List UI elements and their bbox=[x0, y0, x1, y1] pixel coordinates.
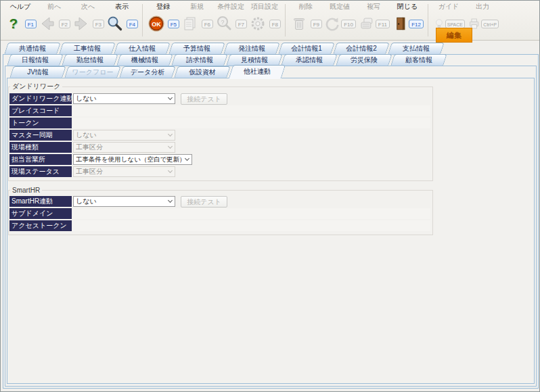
token-field bbox=[73, 118, 430, 128]
fkey-badge: F7 bbox=[235, 20, 247, 28]
tab-tasha-rendo[interactable]: 他社連動 bbox=[231, 65, 284, 78]
delete-trash-icon bbox=[290, 15, 308, 32]
view-magnifier-icon bbox=[106, 15, 124, 32]
select-value: しない bbox=[76, 130, 168, 140]
select-value: しない bbox=[76, 94, 168, 103]
condition-search-icon: ? bbox=[215, 15, 233, 32]
toolbar-label: 条件設定 bbox=[214, 2, 248, 11]
tasha-rendo-page: ダンドリワーク ダンドリワーク連動 しない 接続テスト プレイスコード トークン… bbox=[7, 78, 534, 383]
toolbar-label: 次へ bbox=[71, 2, 105, 11]
tab-kikai-joho[interactable]: 機械情報 bbox=[118, 54, 171, 66]
toolbar-button-delete: 削除 F9 bbox=[289, 2, 323, 40]
tab-mitsumori-joho[interactable]: 見積情報 bbox=[228, 54, 281, 66]
tab-workflow: ワークフロー bbox=[66, 66, 119, 78]
toolbar-separator bbox=[285, 4, 286, 36]
toolbar-button-register[interactable]: 登録 OK F5 bbox=[146, 2, 180, 40]
tab-koji-joho[interactable]: 工事情報 bbox=[61, 43, 114, 54]
toolbar-button-view[interactable]: 表示 F4 bbox=[105, 2, 139, 40]
fkey-badge: F6 bbox=[202, 20, 213, 28]
tab-hatchu-joho[interactable]: 発注情報 bbox=[225, 43, 278, 54]
tab-row-3: JV情報 ワークフロー データ分析 仮設資材 他社連動 bbox=[12, 66, 286, 78]
field-label: トークン bbox=[9, 118, 72, 128]
toolbar-separator bbox=[142, 4, 143, 36]
select-value: 工事条件を使用しない（空白で更新） bbox=[76, 155, 185, 164]
fkey-badge: F8 bbox=[269, 20, 281, 28]
fkey-badge: F1 bbox=[25, 20, 37, 28]
form-row: プレイスコード bbox=[9, 105, 432, 116]
toolbar-button-default-value: 既定値 F10 bbox=[323, 2, 357, 40]
tab-kintai-joho[interactable]: 勤怠情報 bbox=[64, 54, 116, 66]
smarthr-linkage-select[interactable]: しない bbox=[73, 196, 175, 207]
toolbar-label: 登録 bbox=[146, 2, 180, 11]
toolbar-label: ガイド bbox=[432, 2, 466, 11]
tab-kyotsu-joho[interactable]: 共通情報 bbox=[6, 43, 59, 54]
master-sync-select: しない bbox=[73, 130, 175, 141]
toolbar-button-next: 次へ F3 bbox=[71, 2, 105, 40]
form-row: トークン bbox=[9, 118, 432, 128]
toolbar-button-copy: 複写 F11 bbox=[357, 2, 390, 40]
form-row: 現場ステータス 工事区分 bbox=[9, 166, 432, 177]
form-row: ダンドリワーク連動 しない 接続テスト bbox=[9, 93, 432, 104]
connection-test-button: 接続テスト bbox=[181, 196, 227, 207]
new-document-icon bbox=[181, 15, 199, 32]
toolbar-separator bbox=[428, 4, 428, 36]
close-door-icon bbox=[392, 15, 409, 32]
toolbar-label: ヘルプ bbox=[3, 2, 37, 11]
tab-shiire-joho[interactable]: 仕入情報 bbox=[116, 43, 168, 54]
sales-office-select[interactable]: 工事条件を使用しない（空白で更新） bbox=[73, 154, 192, 165]
toolbar-label: 新規 bbox=[180, 2, 214, 11]
tab-kokyaku-joho[interactable]: 顧客情報 bbox=[392, 54, 445, 66]
chevron-down-icon bbox=[185, 156, 189, 161]
tab-kaikei-joho-1[interactable]: 会計情報1 bbox=[280, 43, 333, 54]
form-row: SmartHR連動 しない 接続テスト bbox=[9, 196, 432, 207]
toolbar-label: 項目設定 bbox=[248, 2, 282, 11]
tab-seikyu-joho[interactable]: 請求情報 bbox=[173, 54, 226, 66]
fkey-badge: Ctrl+P bbox=[481, 20, 499, 28]
select-value: 工事区分 bbox=[76, 143, 168, 152]
smarthr-group: SmartHR SmartHR連動 しない 接続テスト サブドメイン アクセスト… bbox=[8, 187, 433, 235]
connection-test-button: 接続テスト bbox=[181, 93, 227, 105]
tab-kasetsu-shizai[interactable]: 仮設資材 bbox=[176, 66, 229, 78]
dandori-work-linkage-select[interactable]: しない bbox=[73, 93, 175, 104]
toolbar-button-new: 新規 F6 bbox=[180, 2, 214, 40]
tab-data-bunseki[interactable]: データ分析 bbox=[121, 66, 174, 78]
item-settings-icon bbox=[249, 15, 267, 32]
field-label: 現場ステータス bbox=[9, 166, 72, 177]
tab-yosan-joho[interactable]: 予算情報 bbox=[171, 43, 223, 54]
toolbar-label: 複写 bbox=[357, 2, 390, 11]
toolbar-button-close[interactable]: 閉じる F12 bbox=[390, 2, 424, 40]
toolbar-label: 出力 bbox=[466, 2, 499, 11]
forward-arrow-icon bbox=[72, 15, 90, 32]
tab-nippo-joho[interactable]: 日報情報 bbox=[9, 54, 62, 66]
site-status-select: 工事区分 bbox=[73, 166, 175, 177]
chevron-down-icon bbox=[168, 95, 173, 100]
svg-text:?: ? bbox=[221, 19, 224, 26]
tab-jv-joho[interactable]: JV情報 bbox=[12, 66, 64, 78]
tab-kaikei-joho-2[interactable]: 会計情報2 bbox=[335, 43, 388, 54]
select-value: しない bbox=[76, 197, 168, 206]
register-ok-icon: OK bbox=[148, 15, 165, 32]
toolbar-label: 既定値 bbox=[323, 2, 357, 11]
fkey-badge: F3 bbox=[93, 20, 104, 28]
copy-icon bbox=[358, 15, 376, 32]
field-label: 現場種類 bbox=[9, 142, 72, 153]
fkey-badge: F10 bbox=[341, 20, 356, 28]
help-icon: ? bbox=[5, 15, 22, 32]
access-token-field bbox=[73, 220, 430, 231]
field-label: ダンドリワーク連動 bbox=[9, 93, 72, 104]
tab-shonin-joho[interactable]: 承認情報 bbox=[283, 54, 336, 66]
form-row: サブドメイン bbox=[9, 208, 432, 219]
tab-rosai-hoken[interactable]: 労災保険 bbox=[338, 54, 390, 66]
field-label: マスター同期 bbox=[9, 130, 72, 141]
toolbar-button-previous: 前へ F2 bbox=[37, 2, 71, 40]
form-row: 現場種類 工事区分 bbox=[9, 142, 432, 153]
group-legend: ダンドリワーク bbox=[10, 82, 62, 91]
tab-shiharai-joho[interactable]: 支払情報 bbox=[390, 43, 443, 54]
chevron-down-icon bbox=[168, 198, 173, 203]
fkey-badge: F2 bbox=[59, 20, 70, 28]
place-code-field bbox=[73, 105, 430, 116]
form-row: 担当営業所 工事条件を使用しない（空白で更新） bbox=[9, 154, 432, 165]
fkey-badge: F12 bbox=[409, 20, 424, 28]
svg-text:OK: OK bbox=[152, 21, 161, 28]
toolbar-button-help[interactable]: ヘルプ ? F1 bbox=[3, 2, 37, 40]
